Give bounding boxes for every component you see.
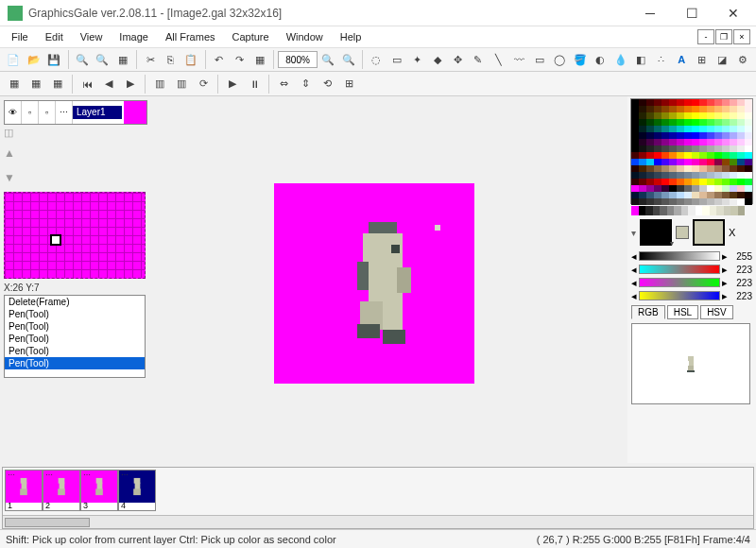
palette-swatch[interactable] bbox=[646, 172, 654, 179]
palette-swatch[interactable] bbox=[677, 132, 684, 139]
rect-tool-button[interactable]: ▭ bbox=[529, 49, 549, 70]
palette-swatch[interactable] bbox=[662, 152, 669, 159]
zoom-out-button[interactable]: 🔍 bbox=[339, 49, 359, 70]
tab-hsl[interactable]: HSL bbox=[667, 305, 698, 319]
palette-swatch[interactable] bbox=[692, 165, 699, 172]
palette-swatch[interactable] bbox=[707, 146, 714, 152]
palette-swatch[interactable] bbox=[646, 139, 654, 146]
palette-swatch[interactable] bbox=[707, 119, 714, 126]
palette-swatch[interactable] bbox=[722, 152, 730, 159]
palette-swatch[interactable] bbox=[669, 185, 677, 192]
slider-left-icon[interactable]: ◂ bbox=[631, 277, 637, 289]
palette-swatch[interactable] bbox=[730, 198, 737, 205]
palette-swatch[interactable] bbox=[684, 185, 692, 192]
palette-swatch[interactable] bbox=[707, 106, 714, 112]
palette-swatch[interactable] bbox=[745, 172, 752, 179]
palette-swatch[interactable] bbox=[677, 172, 684, 179]
pen-tool-button[interactable]: ✎ bbox=[469, 49, 489, 70]
swap-swatch[interactable] bbox=[676, 226, 689, 239]
palette-swatch[interactable] bbox=[692, 126, 699, 132]
palette-swatch[interactable] bbox=[745, 179, 752, 185]
mdi-restore-button[interactable]: ❐ bbox=[715, 29, 732, 44]
palette-swatch[interactable] bbox=[684, 192, 692, 198]
palette-swatch[interactable] bbox=[737, 159, 745, 165]
palette-swatch[interactable] bbox=[684, 198, 692, 205]
grid-toggle-button[interactable]: ▦ bbox=[113, 49, 133, 70]
palette-swatch[interactable] bbox=[654, 152, 662, 159]
palette-swatch[interactable] bbox=[677, 165, 684, 172]
palette-swatch[interactable] bbox=[722, 198, 730, 205]
zoom-in-button[interactable]: 🔍 bbox=[318, 49, 338, 70]
flip-h-button[interactable]: ⇔ bbox=[273, 74, 294, 94]
palette-swatch[interactable] bbox=[737, 99, 745, 106]
palette-swatch[interactable] bbox=[692, 139, 699, 146]
palette-swatch[interactable] bbox=[730, 132, 737, 139]
palette-swatch[interactable] bbox=[714, 112, 722, 119]
palette-swatch[interactable] bbox=[707, 112, 714, 119]
palette-swatch[interactable] bbox=[669, 192, 677, 198]
palette-swatch[interactable] bbox=[646, 192, 654, 198]
minimize-button[interactable]: ─ bbox=[629, 1, 671, 26]
palette-swatch[interactable] bbox=[639, 126, 646, 132]
next-frame-button[interactable]: ▶ bbox=[120, 74, 141, 94]
palette-swatch[interactable] bbox=[722, 132, 730, 139]
palette-swatch[interactable] bbox=[654, 185, 662, 192]
palette-swatch[interactable] bbox=[737, 185, 745, 192]
zoom-input[interactable] bbox=[278, 51, 318, 68]
wand-tool-button[interactable]: ✦ bbox=[407, 49, 427, 70]
history-panel[interactable]: Delete(Frame)Pen(Tool)Pen(Tool)Pen(Tool)… bbox=[4, 295, 146, 378]
palette-swatch[interactable] bbox=[677, 159, 684, 165]
palette-swatch[interactable] bbox=[662, 179, 669, 185]
menu-image[interactable]: Image bbox=[112, 29, 156, 44]
palette-swatch[interactable] bbox=[745, 152, 752, 159]
history-item[interactable]: Pen(Tool) bbox=[5, 357, 145, 369]
slider-right-icon[interactable]: ▸ bbox=[722, 290, 728, 302]
palette-swatch[interactable] bbox=[745, 99, 752, 106]
palette-swatch[interactable] bbox=[684, 106, 692, 112]
palette-swatch[interactable] bbox=[677, 198, 684, 205]
palette-swatch[interactable] bbox=[699, 192, 707, 198]
history-item[interactable]: Pen(Tool) bbox=[5, 345, 145, 357]
options-button[interactable]: ⚙ bbox=[733, 49, 753, 70]
close-button[interactable]: ✕ bbox=[713, 1, 754, 26]
palette-swatch[interactable] bbox=[692, 179, 699, 185]
palette-swatch[interactable] bbox=[662, 172, 669, 179]
palette-swatch[interactable] bbox=[646, 119, 654, 126]
palette-swatch[interactable] bbox=[631, 198, 639, 205]
palette-swatch[interactable] bbox=[699, 146, 707, 152]
palette-swatch[interactable] bbox=[646, 185, 654, 192]
palette-swatch[interactable] bbox=[684, 165, 692, 172]
cut-button[interactable]: ✂ bbox=[141, 49, 161, 70]
palette-swatch[interactable] bbox=[699, 152, 707, 159]
palette-swatch[interactable] bbox=[677, 185, 684, 192]
palette-swatch[interactable] bbox=[677, 106, 684, 112]
palette-swatch[interactable] bbox=[722, 179, 730, 185]
palette-swatch[interactable] bbox=[737, 172, 745, 179]
palette-swatch[interactable] bbox=[692, 192, 699, 198]
slider-left-icon[interactable]: ◂ bbox=[631, 290, 637, 302]
palette-swatch[interactable] bbox=[654, 132, 662, 139]
menu-window[interactable]: Window bbox=[279, 29, 331, 44]
palette-swatch[interactable] bbox=[631, 119, 639, 126]
palette-swatch[interactable] bbox=[707, 172, 714, 179]
palette-swatch[interactable] bbox=[639, 139, 646, 146]
grid-button[interactable]: ▦ bbox=[250, 49, 270, 70]
palette-swatch[interactable] bbox=[677, 112, 684, 119]
palette-swatch[interactable] bbox=[669, 119, 677, 126]
swatch[interactable] bbox=[696, 206, 703, 215]
palette-swatch[interactable] bbox=[646, 132, 654, 139]
palette-swatch[interactable] bbox=[745, 185, 752, 192]
mdi-minimize-button[interactable]: - bbox=[697, 29, 714, 44]
palette-swatch[interactable] bbox=[631, 139, 639, 146]
swatch[interactable] bbox=[688, 206, 696, 215]
canvas[interactable] bbox=[274, 183, 474, 384]
zoom-tool-button[interactable]: 🔍 bbox=[73, 49, 93, 70]
palette-swatch[interactable] bbox=[722, 165, 730, 172]
palette-swatch[interactable] bbox=[677, 126, 684, 132]
color-select-button[interactable]: ◆ bbox=[428, 49, 448, 70]
palette-swatch[interactable] bbox=[684, 99, 692, 106]
palette-swatch[interactable] bbox=[737, 112, 745, 119]
slider-left-icon[interactable]: ◂ bbox=[631, 264, 637, 276]
layer-alpha-icon[interactable]: ▫ bbox=[39, 101, 56, 124]
palette-swatch[interactable] bbox=[669, 139, 677, 146]
